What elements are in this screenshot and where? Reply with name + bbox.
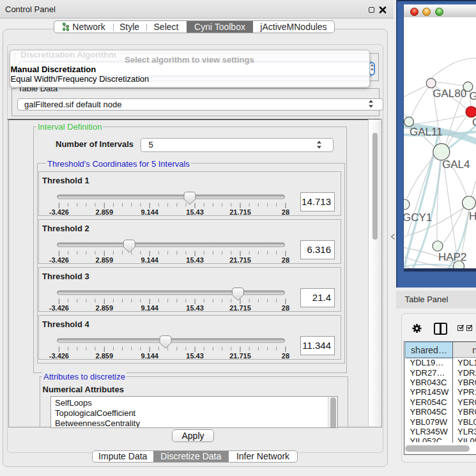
svg-text:15.43: 15.43 (186, 256, 204, 264)
svg-text:9.144: 9.144 (141, 256, 158, 264)
svg-text:2.859: 2.859 (96, 208, 114, 216)
svg-text:21.715: 21.715 (229, 256, 251, 264)
svg-text:15.43: 15.43 (186, 352, 204, 360)
svg-text:GAL11: GAL11 (410, 126, 443, 138)
svg-text:28: 28 (282, 352, 289, 360)
svg-text:15.43: 15.43 (186, 304, 204, 312)
svg-text:28: 28 (282, 208, 289, 216)
svg-text:15.43: 15.43 (186, 208, 204, 216)
svg-text:GAL: GAL (470, 90, 476, 102)
svg-text:C: C (472, 116, 476, 128)
svg-text:GAL4: GAL4 (442, 158, 470, 171)
svg-text:GCY1: GCY1 (404, 211, 432, 224)
svg-text:GAL80: GAL80 (433, 88, 466, 100)
svg-text:2.859: 2.859 (96, 352, 114, 360)
svg-text:21.715: 21.715 (229, 208, 251, 216)
svg-text:H: H (469, 210, 476, 222)
svg-text:21.715: 21.715 (229, 304, 251, 312)
svg-text:28: 28 (282, 304, 289, 312)
svg-text:-3.426: -3.426 (49, 352, 69, 360)
svg-text:9.144: 9.144 (141, 304, 158, 312)
svg-text:9.144: 9.144 (141, 208, 158, 216)
svg-text:2.859: 2.859 (96, 256, 114, 264)
svg-text:28: 28 (282, 256, 289, 264)
svg-text:-3.426: -3.426 (49, 304, 69, 312)
svg-text:21.715: 21.715 (229, 352, 251, 360)
svg-text:-3.426: -3.426 (49, 256, 69, 264)
svg-text:2.859: 2.859 (96, 304, 114, 312)
svg-text:HAP2: HAP2 (438, 251, 466, 263)
svg-text:9.144: 9.144 (141, 352, 158, 360)
svg-text:-3.426: -3.426 (49, 208, 69, 216)
